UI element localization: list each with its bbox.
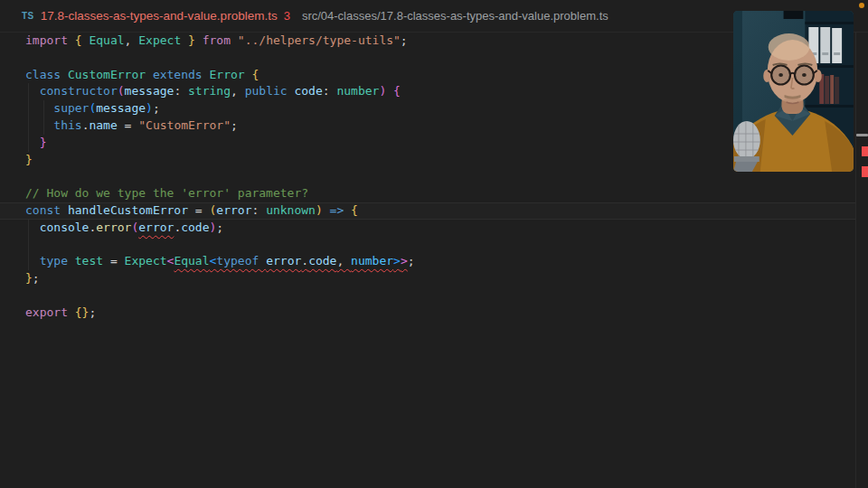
code-line[interactable]: constructor(message: string, public code… xyxy=(0,83,855,100)
code-token: const xyxy=(25,203,68,217)
code-line[interactable] xyxy=(0,50,855,67)
code-line[interactable]: // How do we type the 'error' parameter? xyxy=(0,185,855,202)
code-token: } xyxy=(25,271,33,285)
code-token: ; xyxy=(153,101,160,115)
code-token: ( xyxy=(118,84,125,98)
vscode-window: TS 17.8-classes-as-types-and-value.probl… xyxy=(0,0,868,488)
code-token: "../helpers/type-utils" xyxy=(238,33,401,47)
code-token: constructor xyxy=(25,84,118,98)
overview-error-mark[interactable] xyxy=(862,146,868,156)
code-token: message xyxy=(125,84,175,98)
code-token: { xyxy=(393,84,401,98)
code-line[interactable]: import { Equal, Expect } from "../helper… xyxy=(0,33,855,50)
code-token: handleCustomError xyxy=(68,203,188,217)
code-line[interactable]: console.error(error.code); xyxy=(0,220,855,237)
code-line[interactable]: } xyxy=(0,152,855,169)
scrollbar-slider[interactable] xyxy=(856,134,868,136)
modified-indicator-dot xyxy=(859,3,864,8)
code-token: "CustomError" xyxy=(138,118,231,132)
code-token: : xyxy=(251,203,266,217)
code-token: > xyxy=(393,254,401,267)
code-token: ; xyxy=(231,118,238,132)
tab-filename[interactable]: 17.8-classes-as-types-and-value.problem.… xyxy=(41,9,278,23)
code-token: super xyxy=(25,101,89,115)
code-token: name xyxy=(89,118,117,132)
overview-ruler-divider xyxy=(855,33,856,488)
code-line[interactable] xyxy=(0,237,855,254)
code-content: import { Equal, Expect } from "../helper… xyxy=(0,33,855,322)
code-token: code xyxy=(294,84,322,98)
code-line[interactable]: export {}; xyxy=(0,305,855,322)
code-token: ; xyxy=(33,271,40,285)
code-token: = xyxy=(118,118,138,132)
code-token: = xyxy=(103,254,124,267)
code-token: string xyxy=(188,84,231,98)
code-token: test xyxy=(75,254,103,267)
code-token: error xyxy=(216,203,251,217)
code-token: } xyxy=(25,153,33,166)
code-token: > xyxy=(401,254,408,267)
code-token: class xyxy=(25,68,68,81)
code-token: : xyxy=(174,84,188,98)
code-token: { xyxy=(75,33,90,47)
code-token: type xyxy=(25,254,75,267)
overview-error-mark[interactable] xyxy=(862,166,868,177)
code-token: CustomError xyxy=(68,68,153,81)
code-token: export xyxy=(25,305,75,319)
code-token: typeof xyxy=(216,254,266,267)
code-token: // How do we type the 'error' parameter? xyxy=(25,186,308,200)
code-line[interactable] xyxy=(0,168,855,185)
code-token: Equal xyxy=(89,33,124,47)
code-token: : xyxy=(323,84,337,98)
code-token: error xyxy=(138,221,174,234)
code-line[interactable]: this.name = "CustomError"; xyxy=(0,117,855,135)
code-token: ; xyxy=(408,254,415,267)
code-line[interactable]: }; xyxy=(0,270,855,287)
code-token: console xyxy=(25,221,89,234)
code-token: , xyxy=(336,254,351,267)
code-token: , xyxy=(125,33,139,47)
code-token: { xyxy=(351,203,358,217)
code-token: error xyxy=(96,221,131,234)
typescript-file-icon: TS xyxy=(22,11,34,21)
code-token: { xyxy=(251,68,259,81)
code-token: , xyxy=(231,84,245,98)
code-token: Equal xyxy=(174,254,209,267)
code-token: error xyxy=(266,254,301,267)
code-token: code xyxy=(308,254,336,267)
code-token: this xyxy=(25,118,82,132)
code-editor[interactable]: import { Equal, Expect } from "../helper… xyxy=(0,33,855,488)
code-token: ; xyxy=(89,305,96,319)
code-token: Expect xyxy=(125,254,167,267)
code-line[interactable]: } xyxy=(0,135,855,152)
code-line[interactable]: type test = Expect<Equal<typeof error.co… xyxy=(0,253,855,270)
breadcrumb-file-path[interactable]: src/04-classes/17.8-classes-as-types-and… xyxy=(302,9,609,23)
code-token: ) xyxy=(316,203,323,217)
code-token xyxy=(344,203,351,217)
code-line[interactable]: class CustomError extends Error { xyxy=(0,67,855,84)
code-token: . xyxy=(301,254,308,267)
code-token xyxy=(181,33,188,47)
code-token: = xyxy=(188,203,209,217)
code-token: ) xyxy=(146,101,153,115)
code-token: from xyxy=(203,33,238,47)
code-token: code xyxy=(181,221,209,234)
code-token: unknown xyxy=(266,203,316,217)
code-token: message xyxy=(96,101,146,115)
code-token: ; xyxy=(401,33,408,47)
code-token: number xyxy=(336,84,379,98)
code-token: Expect xyxy=(138,33,181,47)
code-token: } xyxy=(25,136,46,149)
code-token: import xyxy=(25,33,75,47)
code-token: number xyxy=(351,254,393,267)
code-token: ; xyxy=(216,221,223,234)
code-token xyxy=(323,203,330,217)
presenter-webcam xyxy=(733,11,854,172)
code-token: => xyxy=(330,203,344,217)
code-line[interactable]: super(message); xyxy=(0,100,855,117)
code-token: ) xyxy=(379,84,393,98)
code-line[interactable] xyxy=(0,287,855,305)
code-line[interactable]: const handleCustomError = (error: unknow… xyxy=(0,202,855,220)
code-token: public xyxy=(245,84,295,98)
code-token: {} xyxy=(75,305,90,319)
